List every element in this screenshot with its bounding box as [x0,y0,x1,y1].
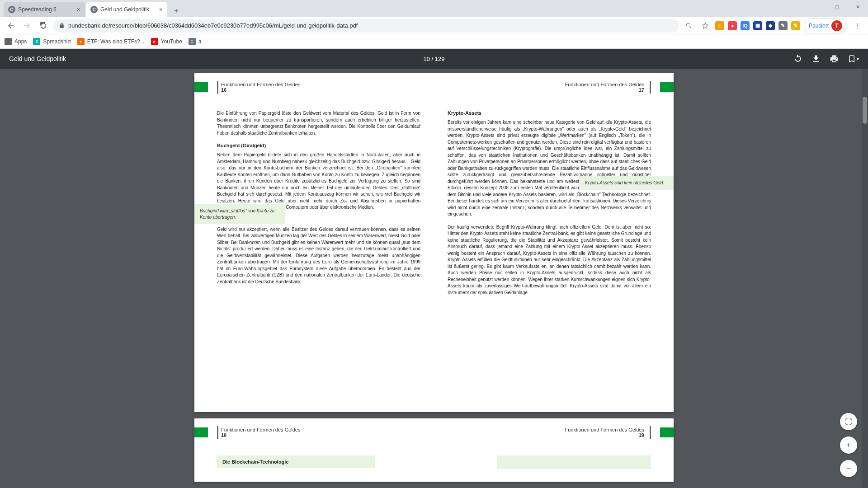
minimize-button[interactable]: ─ [806,0,826,14]
pdf-toolbar: Geld und Geldpolitik 10 / 129 ▾ [0,49,868,69]
callout-box: Krypto-Assets sind kein offizielles Geld… [579,176,674,190]
ext-icon[interactable]: ✎ [778,21,788,30]
download-button[interactable] [811,54,821,63]
back-button[interactable] [5,19,17,32]
chapter-title: Funktionen und Formen des Geldes [565,427,645,432]
ext-icon[interactable]: ✎ [791,21,800,30]
pdf-page-17: Funktionen und Formen des Geldes 17 Kryp… [434,73,674,412]
page-indicator: 10 / 129 [424,56,445,62]
body-paragraph: Der häufig verwendete Begriff Krypto-Wäh… [448,224,651,296]
bookmark-item[interactable]: S Spreadshirt [33,38,71,45]
sync-paused-button[interactable]: Pausiert T [804,18,847,33]
print-button[interactable] [830,54,839,63]
ext-icon[interactable]: ⚡ [715,21,724,30]
body-paragraph: Geld wird nur akzeptiert, wenn alle Besi… [217,226,420,286]
subheading: Krypto-Assets [448,110,651,116]
scrollbar[interactable] [862,69,868,488]
close-window-button[interactable]: ✕ [847,0,868,14]
close-icon[interactable]: × [159,6,163,13]
lock-icon [59,23,65,28]
body-paragraph: Neben dem Papiergeld bildete sich in den… [217,152,420,211]
maximize-button[interactable]: ▢ [826,0,847,14]
bookmark-item[interactable]: C a [189,38,202,45]
forward-button[interactable] [21,19,33,32]
bookmark-toggle[interactable]: ▾ [848,55,859,63]
tab-title: Speedreading 6 [18,6,74,13]
avatar: T [831,20,842,31]
zoom-in-button[interactable]: + [840,436,857,454]
bookmark-bar: ⋮⋮ Apps S Spreadshirt ● ETF: Was sind ET… [0,34,868,49]
body-paragraph: Bereits vor einigen Jahren kam eine sche… [448,119,651,218]
subheading: Buchgeld (Giralgeld) [217,143,420,148]
page-number: 16 [221,87,301,93]
ext-icon[interactable]: IQ [741,21,750,30]
ext-icon[interactable]: ◆ [766,21,775,30]
tab-title: Geld und Geldpolitik [100,6,156,13]
close-icon[interactable]: × [77,6,80,13]
page-number: 17 [565,87,645,93]
apps-button[interactable]: ⋮⋮ Apps [5,38,27,45]
page-number: 19 [565,432,645,438]
bookmark-item[interactable]: ▶ YouTube [151,38,182,45]
page-number: 18 [221,432,301,438]
search-icon[interactable] [683,19,695,32]
subheading: Die Blockchain-Technologie [222,459,370,465]
url-text: bundesbank.de/resource/blob/606038/c0364… [68,22,674,29]
body-paragraph: Die Einführung von Papiergeld löste den … [217,110,420,136]
pdf-page-19: Funktionen und Formen des Geldes 19 [434,418,674,482]
bookmark-label: a [198,38,202,45]
chapter-title: Funktionen und Formen des Geldes [221,82,301,87]
zoom-controls: + − [840,413,857,477]
pdf-page-16: Funktionen und Formen des Geldes 16 Die … [194,73,434,412]
bookmark-label: YouTube [161,38,182,45]
pdf-page-spread: Funktionen und Formen des Geldes 16 Die … [194,73,674,412]
window-controls: ─ ▢ ✕ [806,0,868,14]
chapter-title: Funktionen und Formen des Geldes [221,427,301,432]
extensions: ⚡ ● IQ ▦ ◆ ✎ ✎ [715,21,800,30]
apps-icon: ⋮⋮ [5,38,12,45]
address-bar[interactable]: bundesbank.de/resource/blob/606038/c0364… [53,19,679,33]
pdf-page-18: Funktionen und Formen des Geldes 18 Die … [194,418,434,482]
bookmark-label: Spreadshirt [43,38,71,45]
pdf-viewer[interactable]: Funktionen und Formen des Geldes 16 Die … [0,69,868,488]
star-icon[interactable] [699,19,712,32]
tab-favicon: C [90,6,98,13]
scroll-thumb[interactable] [863,97,867,124]
pause-label: Pausiert [809,23,829,29]
pdf-title: Geld und Geldpolitik [9,55,793,62]
new-tab-button[interactable]: + [170,5,183,17]
rotate-button[interactable] [793,54,802,63]
tab-speedreading[interactable]: C Speedreading 6 × [4,2,85,17]
fit-button[interactable] [840,413,857,430]
ext-icon[interactable]: ● [728,21,737,30]
reload-button[interactable] [37,19,50,32]
callout-box: Buchgeld wird „stofflos" von Konto zu Ko… [194,204,285,224]
bookmark-favicon: ● [77,38,85,45]
zoom-out-button[interactable]: − [840,460,857,477]
tab-geld[interactable]: C Geld und Geldpolitik × [86,2,167,17]
bookmark-label: Apps [14,38,27,45]
tab-favicon: C [8,6,15,13]
bookmark-item[interactable]: ● ETF: Was sind ETFs?... [77,38,145,45]
bookmark-favicon: S [33,38,40,45]
bookmark-label: ETF: Was sind ETFs?... [87,38,145,45]
chapter-title: Funktionen und Formen des Geldes [565,82,645,87]
browser-toolbar: bundesbank.de/resource/blob/606038/c0364… [0,17,868,34]
ext-icon[interactable]: ▦ [753,21,762,30]
bookmark-favicon: ▶ [151,38,158,45]
menu-button[interactable]: ⋮ [851,19,863,32]
browser-titlebar: C Speedreading 6 × C Geld und Geldpoliti… [0,0,868,17]
pdf-page-spread: Funktionen und Formen des Geldes 18 Die … [194,418,674,482]
bookmark-favicon: C [189,38,196,45]
